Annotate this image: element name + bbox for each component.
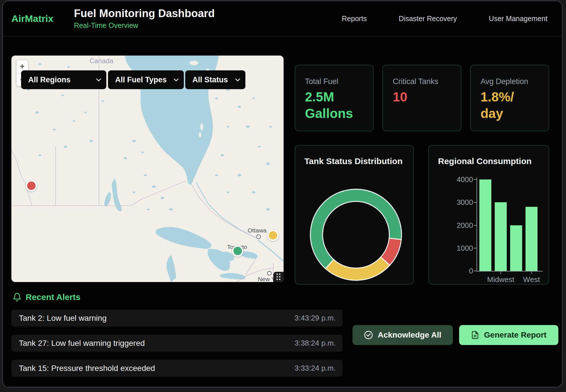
new-york-town-marker [267, 271, 272, 275]
filter-all-regions[interactable]: All Regions [21, 70, 106, 89]
chevron-down-icon [96, 78, 101, 81]
bar-region-1 [479, 179, 491, 271]
generate-report-button[interactable]: Generate Report [459, 325, 558, 345]
y-tick-label: 2000 [442, 221, 473, 230]
stat-label: Critical Tanks [393, 77, 461, 86]
dashboard-panel: AirMatrix Fuel Monitoring Dashboard Real… [2, 1, 563, 387]
x-tick-mark [500, 271, 501, 274]
stat-card-avg-depletion: Avg Depletion1.8%/day [470, 65, 549, 131]
alerts-header: Recent Alerts [13, 292, 80, 302]
stat-card-total-fuel: Total Fuel2.5MGallons [295, 65, 374, 131]
y-tick-label: 0 [442, 267, 473, 275]
y-tick-label: 3000 [442, 198, 473, 207]
app-logo: AirMatrix [11, 13, 53, 24]
filter-label: All Regions [28, 75, 71, 84]
alerts-title: Recent Alerts [26, 292, 80, 302]
bar-midwest [495, 202, 507, 271]
y-tick-mark [474, 179, 477, 180]
page-title: Fuel Monitoring Dashboard [74, 8, 215, 20]
bar-chart-title: Regional Consumption [438, 156, 532, 166]
alert-text: Tank 27: Low fuel warning triggered [19, 339, 145, 348]
nav-item-disaster-recovery[interactable]: Disaster Recovery [399, 15, 457, 23]
alert-timestamp: 3:33:24 p.m. [294, 364, 336, 373]
y-tick-label: 4000 [442, 175, 473, 184]
acknowledge-all-button[interactable]: Acknowledge All [353, 325, 453, 345]
x-tick-label: West [523, 275, 540, 284]
stat-value: 2.5MGallons [305, 89, 373, 122]
map-container[interactable]: CanadaOttawaTorontoNew York + − All Regi… [11, 56, 284, 282]
alert-row[interactable]: Tank 15: Pressure threshold exceeded3:33… [11, 360, 343, 377]
map-marker-critical[interactable] [26, 180, 37, 191]
file-text-icon [471, 331, 479, 339]
y-tick-label: 1000 [442, 244, 473, 253]
main-nav: ReportsDisaster RecoveryUser Management [342, 1, 547, 36]
alert-row[interactable]: Tank 27: Low fuel warning triggered3:38:… [11, 335, 343, 352]
alert-row[interactable]: Tank 2: Low fuel warning3:43:29 p.m. [11, 310, 343, 326]
chevron-down-icon [235, 78, 240, 81]
map-resize-handle[interactable] [273, 272, 284, 282]
stat-label: Total Fuel [305, 77, 373, 86]
nav-item-user-management[interactable]: User Management [489, 15, 547, 23]
alert-text: Tank 2: Low fuel warning [19, 314, 107, 323]
donut-segment-warning [325, 257, 390, 280]
map-filter-bar: All RegionsAll Fuel TypesAll Status [11, 70, 284, 89]
alert-timestamp: 3:43:29 p.m. [294, 314, 336, 322]
bar-west [526, 207, 538, 271]
map-label-canada: Canada [89, 57, 113, 65]
stat-value: 10 [393, 89, 461, 105]
donut-chart-title: Tank Status Distribution [304, 156, 402, 166]
map-marker-warning[interactable] [267, 230, 279, 241]
y-tick-mark [474, 271, 477, 271]
ottawa-town-marker [256, 234, 261, 239]
filter-all-fuel-types[interactable]: All Fuel Types [108, 70, 184, 89]
stat-card-critical-tanks: Critical Tanks10 [382, 65, 461, 131]
bell-icon [13, 293, 22, 302]
page-subtitle: Real-Time Overview [74, 21, 215, 30]
filter-all-status[interactable]: All Status [185, 70, 245, 89]
map-marker-normal[interactable] [232, 245, 243, 257]
chevron-down-icon [174, 78, 179, 81]
check-circle-icon [364, 330, 373, 340]
y-tick-mark [474, 225, 477, 226]
tank-status-donut-chart [295, 179, 414, 282]
alert-timestamp: 3:38:24 p.m. [294, 339, 336, 348]
y-tick-mark [474, 202, 477, 203]
stat-cards-row: Total Fuel2.5MGallonsCritical Tanks10Avg… [295, 65, 549, 131]
nav-item-reports[interactable]: Reports [342, 15, 367, 23]
regional-consumption-card: Regional Consumption 01000200030004000Mi… [428, 145, 549, 285]
map-label-ottawa: Ottawa [248, 227, 267, 234]
acknowledge-all-label: Acknowledge All [378, 330, 441, 340]
tank-status-card: Tank Status Distribution [295, 145, 414, 285]
alert-text: Tank 15: Pressure threshold exceeded [19, 364, 155, 373]
y-tick-mark [474, 248, 477, 248]
x-tick-mark [531, 271, 532, 274]
app-header: AirMatrix Fuel Monitoring Dashboard Real… [3, 1, 562, 36]
filter-label: All Fuel Types [115, 75, 167, 84]
bar-region-3 [510, 225, 522, 271]
stat-label: Avg Depletion [481, 77, 549, 86]
x-tick-label: Midwest [487, 275, 514, 284]
generate-report-label: Generate Report [484, 330, 546, 340]
page-titles: Fuel Monitoring Dashboard Real-Time Over… [74, 8, 215, 30]
filter-label: All Status [192, 75, 228, 84]
stat-value: 1.8%/day [481, 89, 549, 122]
